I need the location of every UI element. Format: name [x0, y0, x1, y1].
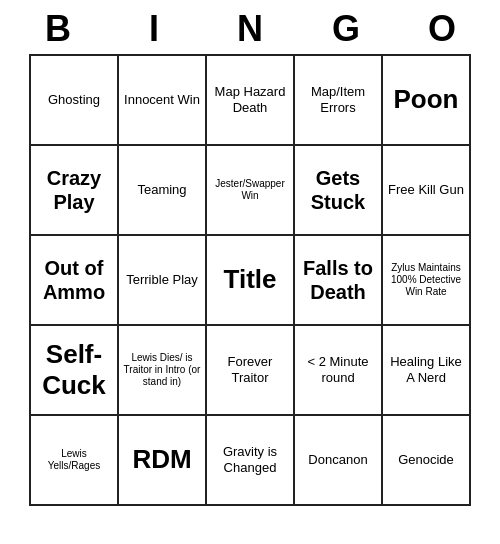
cell-5: Crazy Play	[31, 146, 119, 236]
cell-13: Falls to Death	[295, 236, 383, 326]
cell-20: Lewis Yells/Rages	[31, 416, 119, 506]
cell-text-1: Innocent Win	[124, 92, 200, 108]
cell-2: Map Hazard Death	[207, 56, 295, 146]
bingo-letter-o: O	[398, 8, 486, 50]
bingo-grid: GhostingInnocent WinMap Hazard DeathMap/…	[29, 54, 471, 506]
cell-11: Terrible Play	[119, 236, 207, 326]
cell-text-13: Falls to Death	[299, 256, 377, 304]
cell-1: Innocent Win	[119, 56, 207, 146]
bingo-title: BINGO	[10, 0, 490, 54]
cell-14: Zylus Maintains 100% Detective Win Rate	[383, 236, 471, 326]
cell-text-9: Free Kill Gun	[388, 182, 464, 198]
cell-15: Self-Cuck	[31, 326, 119, 416]
cell-text-18: < 2 Minute round	[299, 354, 377, 385]
cell-text-19: Healing Like A Nerd	[387, 354, 465, 385]
cell-16: Lewis Dies/ is Traitor in Intro (or stan…	[119, 326, 207, 416]
cell-6: Teaming	[119, 146, 207, 236]
cell-18: < 2 Minute round	[295, 326, 383, 416]
cell-text-7: Jester/Swapper Win	[211, 178, 289, 202]
cell-7: Jester/Swapper Win	[207, 146, 295, 236]
cell-text-4: Poon	[394, 84, 459, 115]
cell-text-12: Title	[224, 264, 277, 295]
cell-text-23: Doncanon	[308, 452, 367, 468]
cell-4: Poon	[383, 56, 471, 146]
cell-text-0: Ghosting	[48, 92, 100, 108]
cell-text-3: Map/Item Errors	[299, 84, 377, 115]
cell-text-20: Lewis Yells/Rages	[35, 448, 113, 472]
bingo-letter-b: B	[14, 8, 102, 50]
bingo-letter-i: I	[110, 8, 198, 50]
cell-0: Ghosting	[31, 56, 119, 146]
cell-17: Forever Traitor	[207, 326, 295, 416]
cell-22: Gravity is Changed	[207, 416, 295, 506]
cell-text-24: Genocide	[398, 452, 454, 468]
cell-text-2: Map Hazard Death	[211, 84, 289, 115]
cell-text-21: RDM	[132, 444, 191, 475]
cell-text-16: Lewis Dies/ is Traitor in Intro (or stan…	[123, 352, 201, 388]
cell-text-22: Gravity is Changed	[211, 444, 289, 475]
cell-12: Title	[207, 236, 295, 326]
cell-8: Gets Stuck	[295, 146, 383, 236]
cell-text-15: Self-Cuck	[35, 339, 113, 401]
cell-text-8: Gets Stuck	[299, 166, 377, 214]
cell-21: RDM	[119, 416, 207, 506]
cell-3: Map/Item Errors	[295, 56, 383, 146]
bingo-letter-n: N	[206, 8, 294, 50]
bingo-letter-g: G	[302, 8, 390, 50]
cell-text-5: Crazy Play	[35, 166, 113, 214]
cell-text-10: Out of Ammo	[35, 256, 113, 304]
cell-text-17: Forever Traitor	[211, 354, 289, 385]
cell-23: Doncanon	[295, 416, 383, 506]
cell-9: Free Kill Gun	[383, 146, 471, 236]
cell-19: Healing Like A Nerd	[383, 326, 471, 416]
cell-24: Genocide	[383, 416, 471, 506]
cell-text-14: Zylus Maintains 100% Detective Win Rate	[387, 262, 465, 298]
cell-text-11: Terrible Play	[126, 272, 198, 288]
cell-10: Out of Ammo	[31, 236, 119, 326]
cell-text-6: Teaming	[137, 182, 186, 198]
